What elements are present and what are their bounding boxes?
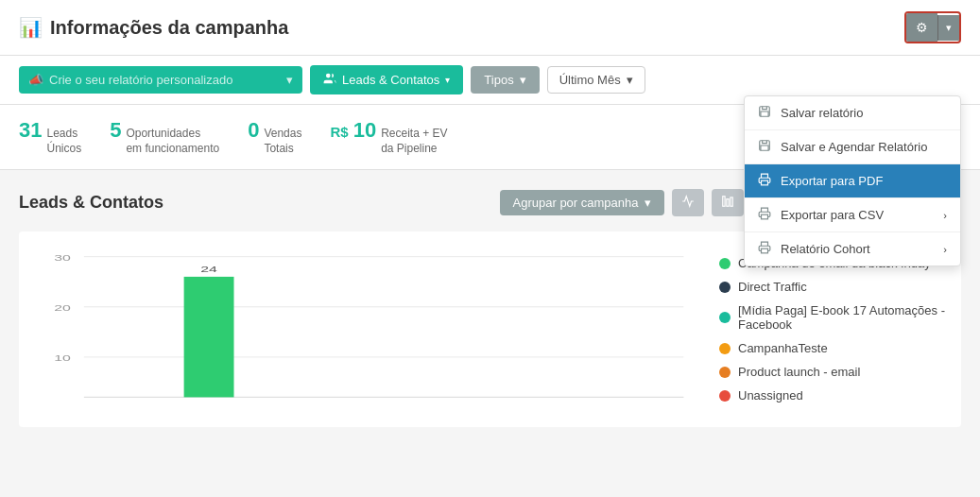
top-bar: 📊 Informações da campanha ⚙ ▾: [0, 0, 980, 56]
csv-arrow: ›: [943, 210, 947, 221]
salvar-icon: [758, 105, 771, 121]
legend-dot-midia: [719, 312, 731, 323]
agendar-icon: [758, 139, 771, 155]
report-input[interactable]: [49, 66, 281, 94]
gear-button[interactable]: ⚙: [906, 13, 937, 42]
dropdown-item-salvar[interactable]: Salvar relatório: [745, 96, 960, 130]
legend-label-product: Product launch - email: [738, 365, 860, 379]
page-title: 📊 Informações da campanha: [19, 16, 288, 39]
legend-dot-email: [719, 258, 731, 269]
legend-label-campanha: CampanhaTeste: [738, 341, 828, 355]
bar-chart-svg: 30 20 10 24: [34, 247, 700, 407]
receita-label: Receita + EV da Pipeline: [381, 127, 447, 156]
group-btn-label: Agrupar por campanha: [513, 196, 639, 210]
dropdown-item-cohort[interactable]: Relatório Cohort ›: [745, 232, 960, 266]
pdf-icon: [758, 173, 771, 189]
legend-item-direct-traffic: Direct Traffic: [719, 280, 946, 294]
svg-rect-2: [762, 180, 768, 185]
leads-label: Leads Únicos: [46, 127, 81, 156]
megaphone-icon: 📣: [28, 73, 43, 87]
dropdown-item-csv-label: Exportar para CSV: [781, 208, 884, 222]
svg-rect-4: [762, 248, 768, 253]
line-chart-button[interactable]: [672, 189, 704, 216]
date-range-caret-icon: ▾: [627, 73, 633, 87]
dropdown-item-agendar[interactable]: Salvar e Agendar Relatório: [745, 130, 960, 164]
legend-item-midia-paga: [Mídia Paga] E-book 17 Automações - Face…: [719, 303, 946, 332]
tipos-caret-icon: ▾: [520, 73, 526, 87]
stat-oportunidades: 5 Oportunidades em funcionamento: [110, 118, 219, 156]
legend-dot-product: [719, 367, 731, 378]
users-icon: [323, 72, 336, 88]
chart-legend: Campanha de email da black friday Direct…: [719, 247, 946, 412]
report-caret-icon: ▾: [286, 73, 293, 87]
settings-dropdown: ⚙ ▾: [904, 11, 961, 43]
cohort-icon: [758, 241, 771, 257]
dropdown-caret-button[interactable]: ▾: [937, 15, 959, 41]
vendas-label: Vendas Totais: [264, 127, 301, 156]
legend-dot-campanha: [719, 343, 731, 354]
legend-label-midia: [Mídia Paga] E-book 17 Automações - Face…: [738, 303, 946, 332]
legend-dot-direct: [719, 282, 731, 293]
oport-label: Oportunidades em funcionamento: [126, 127, 219, 156]
legend-item-unassigned: Unassigned: [719, 388, 946, 403]
csv-icon: [758, 207, 771, 223]
stat-leads: 31 Leads Únicos: [19, 118, 81, 156]
leads-contatos-button[interactable]: Leads & Contatos ▾: [310, 65, 463, 94]
bar-rect: [184, 277, 234, 398]
dropdown-item-pdf-label: Exportar para PDF: [781, 174, 883, 188]
svg-text:24: 24: [200, 264, 217, 274]
bar-chart-button[interactable]: [712, 189, 744, 216]
svg-rect-3: [762, 214, 768, 219]
dropdown-item-salvar-label: Salvar relatório: [781, 106, 863, 120]
vendas-count: 0: [248, 118, 259, 143]
dropdown-item-pdf[interactable]: Exportar para PDF: [745, 164, 960, 198]
chart-svg: 30 20 10 24: [34, 247, 700, 412]
date-range-button[interactable]: Último Mês ▾: [547, 66, 645, 94]
dropdown-item-csv[interactable]: Exportar para CSV ›: [745, 198, 960, 232]
legend-dot-unassigned: [719, 390, 731, 402]
svg-point-5: [326, 74, 331, 78]
dropdown-item-cohort-label: Relatório Cohort: [781, 242, 870, 256]
receita-num: 10: [353, 118, 376, 143]
dropdown-menu: Salvar relatório Salvar e Agendar Relató…: [744, 95, 961, 266]
svg-text:30: 30: [54, 252, 71, 263]
stat-receita: R$ 10 Receita + EV da Pipeline: [330, 118, 447, 156]
section-title: Leads & Contatos: [19, 193, 163, 213]
dropdown-item-agendar-label: Salvar e Agendar Relatório: [781, 140, 927, 154]
svg-rect-8: [730, 197, 731, 206]
svg-rect-6: [722, 197, 724, 207]
tipos-label: Tipos: [484, 73, 513, 87]
svg-rect-7: [726, 199, 728, 207]
legend-label-direct: Direct Traffic: [738, 280, 807, 294]
chart-container: 30 20 10 24 Campanha de email da black f…: [34, 247, 946, 412]
stat-vendas: 0 Vendas Totais: [248, 118, 301, 156]
cohort-arrow: ›: [943, 244, 947, 255]
date-range-label: Último Mês: [559, 73, 621, 87]
oport-count: 5: [110, 118, 121, 143]
report-input-wrapper[interactable]: 📣 ▾: [19, 66, 302, 94]
chart-icon: 📊: [19, 16, 43, 39]
svg-text:20: 20: [54, 302, 71, 313]
legend-item-campanha-teste: CampanhaTeste: [719, 341, 946, 355]
svg-text:10: 10: [54, 353, 71, 364]
leads-caret-icon: ▾: [445, 75, 450, 85]
leads-button-label: Leads & Contatos: [342, 73, 439, 87]
legend-item-product-launch: Product launch - email: [719, 365, 946, 379]
tipos-button[interactable]: Tipos ▾: [471, 66, 539, 94]
leads-count: 31: [19, 118, 42, 143]
receita-prefix: R$: [330, 124, 348, 140]
legend-label-unassigned: Unassigned: [738, 388, 803, 403]
page-title-text: Informações da campanha: [50, 17, 288, 39]
group-caret-icon: ▾: [645, 196, 651, 210]
group-by-campaign-button[interactable]: Agrupar por campanha ▾: [500, 190, 664, 215]
